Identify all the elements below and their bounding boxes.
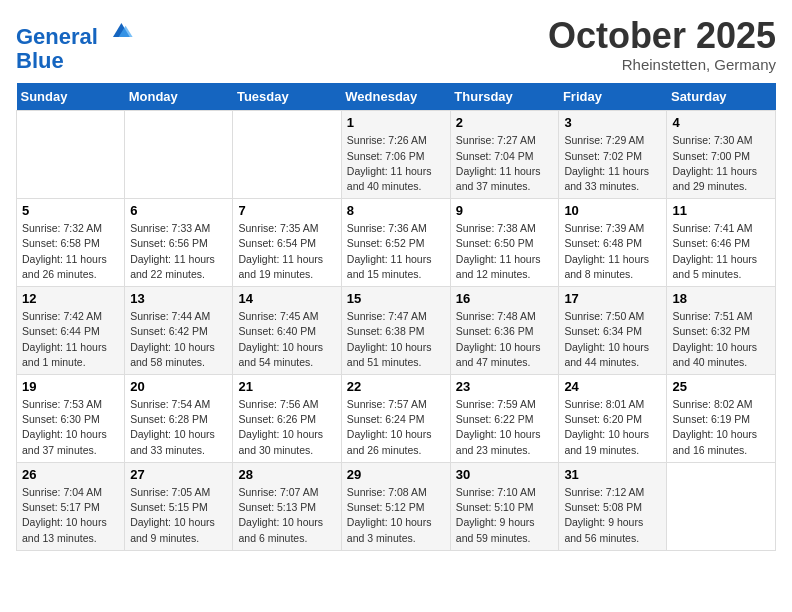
day-number: 15 bbox=[347, 291, 445, 306]
day-info: Sunrise: 7:29 AM Sunset: 7:02 PM Dayligh… bbox=[564, 133, 661, 194]
day-number: 22 bbox=[347, 379, 445, 394]
day-info: Sunrise: 7:39 AM Sunset: 6:48 PM Dayligh… bbox=[564, 221, 661, 282]
day-info: Sunrise: 7:07 AM Sunset: 5:13 PM Dayligh… bbox=[238, 485, 335, 546]
header-saturday: Saturday bbox=[667, 83, 776, 111]
logo: General Blue bbox=[16, 16, 134, 73]
calendar-cell: 3Sunrise: 7:29 AM Sunset: 7:02 PM Daylig… bbox=[559, 111, 667, 199]
calendar-cell: 18Sunrise: 7:51 AM Sunset: 6:32 PM Dayli… bbox=[667, 287, 776, 375]
day-info: Sunrise: 7:48 AM Sunset: 6:36 PM Dayligh… bbox=[456, 309, 554, 370]
week-row-1: 1Sunrise: 7:26 AM Sunset: 7:06 PM Daylig… bbox=[17, 111, 776, 199]
calendar-cell: 20Sunrise: 7:54 AM Sunset: 6:28 PM Dayli… bbox=[125, 375, 233, 463]
calendar-cell: 19Sunrise: 7:53 AM Sunset: 6:30 PM Dayli… bbox=[17, 375, 125, 463]
calendar-cell: 23Sunrise: 7:59 AM Sunset: 6:22 PM Dayli… bbox=[450, 375, 559, 463]
calendar-cell: 25Sunrise: 8:02 AM Sunset: 6:19 PM Dayli… bbox=[667, 375, 776, 463]
location-subtitle: Rheinstetten, Germany bbox=[548, 56, 776, 73]
title-block: October 2025 Rheinstetten, Germany bbox=[548, 16, 776, 73]
day-number: 24 bbox=[564, 379, 661, 394]
day-info: Sunrise: 7:32 AM Sunset: 6:58 PM Dayligh… bbox=[22, 221, 119, 282]
day-info: Sunrise: 8:01 AM Sunset: 6:20 PM Dayligh… bbox=[564, 397, 661, 458]
day-number: 11 bbox=[672, 203, 770, 218]
calendar-table: SundayMondayTuesdayWednesdayThursdayFrid… bbox=[16, 83, 776, 550]
calendar-cell bbox=[667, 462, 776, 550]
day-info: Sunrise: 7:47 AM Sunset: 6:38 PM Dayligh… bbox=[347, 309, 445, 370]
day-number: 7 bbox=[238, 203, 335, 218]
day-number: 16 bbox=[456, 291, 554, 306]
day-info: Sunrise: 7:57 AM Sunset: 6:24 PM Dayligh… bbox=[347, 397, 445, 458]
day-number: 17 bbox=[564, 291, 661, 306]
day-number: 13 bbox=[130, 291, 227, 306]
calendar-cell: 12Sunrise: 7:42 AM Sunset: 6:44 PM Dayli… bbox=[17, 287, 125, 375]
day-number: 30 bbox=[456, 467, 554, 482]
day-info: Sunrise: 7:10 AM Sunset: 5:10 PM Dayligh… bbox=[456, 485, 554, 546]
calendar-cell bbox=[17, 111, 125, 199]
day-info: Sunrise: 7:26 AM Sunset: 7:06 PM Dayligh… bbox=[347, 133, 445, 194]
day-number: 4 bbox=[672, 115, 770, 130]
day-number: 27 bbox=[130, 467, 227, 482]
day-number: 8 bbox=[347, 203, 445, 218]
day-info: Sunrise: 7:33 AM Sunset: 6:56 PM Dayligh… bbox=[130, 221, 227, 282]
day-number: 9 bbox=[456, 203, 554, 218]
day-info: Sunrise: 7:45 AM Sunset: 6:40 PM Dayligh… bbox=[238, 309, 335, 370]
day-number: 26 bbox=[22, 467, 119, 482]
calendar-cell: 17Sunrise: 7:50 AM Sunset: 6:34 PM Dayli… bbox=[559, 287, 667, 375]
calendar-cell: 2Sunrise: 7:27 AM Sunset: 7:04 PM Daylig… bbox=[450, 111, 559, 199]
calendar-cell: 14Sunrise: 7:45 AM Sunset: 6:40 PM Dayli… bbox=[233, 287, 341, 375]
header-friday: Friday bbox=[559, 83, 667, 111]
day-info: Sunrise: 7:51 AM Sunset: 6:32 PM Dayligh… bbox=[672, 309, 770, 370]
day-info: Sunrise: 8:02 AM Sunset: 6:19 PM Dayligh… bbox=[672, 397, 770, 458]
day-info: Sunrise: 7:53 AM Sunset: 6:30 PM Dayligh… bbox=[22, 397, 119, 458]
calendar-cell: 31Sunrise: 7:12 AM Sunset: 5:08 PM Dayli… bbox=[559, 462, 667, 550]
calendar-cell: 26Sunrise: 7:04 AM Sunset: 5:17 PM Dayli… bbox=[17, 462, 125, 550]
header-tuesday: Tuesday bbox=[233, 83, 341, 111]
day-number: 21 bbox=[238, 379, 335, 394]
day-info: Sunrise: 7:50 AM Sunset: 6:34 PM Dayligh… bbox=[564, 309, 661, 370]
calendar-cell: 29Sunrise: 7:08 AM Sunset: 5:12 PM Dayli… bbox=[341, 462, 450, 550]
day-number: 20 bbox=[130, 379, 227, 394]
day-number: 6 bbox=[130, 203, 227, 218]
day-number: 14 bbox=[238, 291, 335, 306]
calendar-cell: 7Sunrise: 7:35 AM Sunset: 6:54 PM Daylig… bbox=[233, 199, 341, 287]
header-thursday: Thursday bbox=[450, 83, 559, 111]
day-number: 28 bbox=[238, 467, 335, 482]
calendar-cell: 9Sunrise: 7:38 AM Sunset: 6:50 PM Daylig… bbox=[450, 199, 559, 287]
day-number: 19 bbox=[22, 379, 119, 394]
calendar-cell: 8Sunrise: 7:36 AM Sunset: 6:52 PM Daylig… bbox=[341, 199, 450, 287]
calendar-cell: 1Sunrise: 7:26 AM Sunset: 7:06 PM Daylig… bbox=[341, 111, 450, 199]
logo-icon bbox=[106, 16, 134, 44]
month-year-title: October 2025 bbox=[548, 16, 776, 56]
calendar-cell: 21Sunrise: 7:56 AM Sunset: 6:26 PM Dayli… bbox=[233, 375, 341, 463]
day-info: Sunrise: 7:27 AM Sunset: 7:04 PM Dayligh… bbox=[456, 133, 554, 194]
calendar-cell: 22Sunrise: 7:57 AM Sunset: 6:24 PM Dayli… bbox=[341, 375, 450, 463]
day-info: Sunrise: 7:05 AM Sunset: 5:15 PM Dayligh… bbox=[130, 485, 227, 546]
calendar-cell: 4Sunrise: 7:30 AM Sunset: 7:00 PM Daylig… bbox=[667, 111, 776, 199]
header-monday: Monday bbox=[125, 83, 233, 111]
calendar-cell: 15Sunrise: 7:47 AM Sunset: 6:38 PM Dayli… bbox=[341, 287, 450, 375]
calendar-cell: 5Sunrise: 7:32 AM Sunset: 6:58 PM Daylig… bbox=[17, 199, 125, 287]
week-row-3: 12Sunrise: 7:42 AM Sunset: 6:44 PM Dayli… bbox=[17, 287, 776, 375]
calendar-header-row: SundayMondayTuesdayWednesdayThursdayFrid… bbox=[17, 83, 776, 111]
day-number: 31 bbox=[564, 467, 661, 482]
calendar-cell: 16Sunrise: 7:48 AM Sunset: 6:36 PM Dayli… bbox=[450, 287, 559, 375]
day-info: Sunrise: 7:04 AM Sunset: 5:17 PM Dayligh… bbox=[22, 485, 119, 546]
page-header: General Blue October 2025 Rheinstetten, … bbox=[16, 16, 776, 73]
day-number: 5 bbox=[22, 203, 119, 218]
week-row-5: 26Sunrise: 7:04 AM Sunset: 5:17 PM Dayli… bbox=[17, 462, 776, 550]
day-number: 29 bbox=[347, 467, 445, 482]
day-number: 25 bbox=[672, 379, 770, 394]
day-info: Sunrise: 7:38 AM Sunset: 6:50 PM Dayligh… bbox=[456, 221, 554, 282]
day-info: Sunrise: 7:59 AM Sunset: 6:22 PM Dayligh… bbox=[456, 397, 554, 458]
week-row-4: 19Sunrise: 7:53 AM Sunset: 6:30 PM Dayli… bbox=[17, 375, 776, 463]
calendar-cell: 28Sunrise: 7:07 AM Sunset: 5:13 PM Dayli… bbox=[233, 462, 341, 550]
calendar-cell: 13Sunrise: 7:44 AM Sunset: 6:42 PM Dayli… bbox=[125, 287, 233, 375]
calendar-cell: 10Sunrise: 7:39 AM Sunset: 6:48 PM Dayli… bbox=[559, 199, 667, 287]
day-info: Sunrise: 7:56 AM Sunset: 6:26 PM Dayligh… bbox=[238, 397, 335, 458]
logo-text: General bbox=[16, 16, 134, 49]
day-number: 18 bbox=[672, 291, 770, 306]
day-number: 3 bbox=[564, 115, 661, 130]
day-number: 1 bbox=[347, 115, 445, 130]
day-info: Sunrise: 7:12 AM Sunset: 5:08 PM Dayligh… bbox=[564, 485, 661, 546]
day-info: Sunrise: 7:41 AM Sunset: 6:46 PM Dayligh… bbox=[672, 221, 770, 282]
day-number: 23 bbox=[456, 379, 554, 394]
calendar-cell: 6Sunrise: 7:33 AM Sunset: 6:56 PM Daylig… bbox=[125, 199, 233, 287]
week-row-2: 5Sunrise: 7:32 AM Sunset: 6:58 PM Daylig… bbox=[17, 199, 776, 287]
